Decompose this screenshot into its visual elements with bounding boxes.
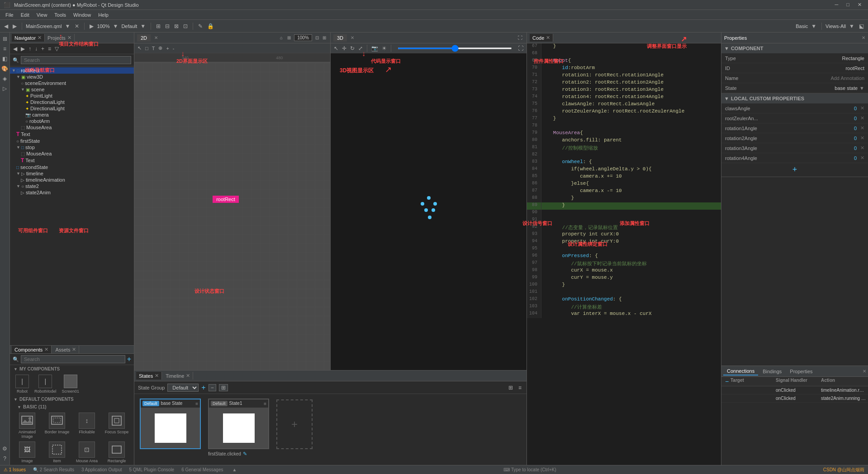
code-tab-close[interactable]: ✕ bbox=[546, 35, 550, 41]
tree-item-sceneEnv[interactable]: ○ sceneEnvironment bbox=[10, 80, 134, 86]
tree-item-dirlight1[interactable]: ✦ DirectionalLight bbox=[10, 99, 134, 105]
left-icon-states[interactable]: ◈ bbox=[0, 74, 9, 83]
nav-filter[interactable]: ▽ bbox=[53, 45, 60, 53]
view-2d-tab[interactable]: 2D bbox=[137, 34, 151, 42]
default-comp-header[interactable]: ▼ DEFAULT COMPONENTS bbox=[10, 395, 134, 403]
prop-rot2-delete[interactable]: ✕ bbox=[860, 135, 864, 141]
comp-search-input[interactable] bbox=[21, 355, 125, 363]
properties-sub-tab[interactable]: Properties bbox=[786, 368, 816, 375]
2d-home[interactable]: ⌂ bbox=[279, 34, 284, 41]
left-icon-comp[interactable]: ◧ bbox=[0, 54, 9, 63]
2dt-text[interactable]: T bbox=[151, 45, 157, 52]
state-card-default[interactable]: Default base State ≡ bbox=[140, 399, 201, 449]
state-card-default-menu[interactable]: ≡ bbox=[195, 401, 198, 406]
left-icon-settings[interactable]: ⚙ bbox=[0, 444, 9, 453]
nav-up[interactable]: ↑ bbox=[27, 45, 33, 53]
views-dropdown[interactable]: ▼ bbox=[848, 22, 856, 30]
comp-tab-close[interactable]: ✕ bbox=[44, 347, 48, 352]
menu-help[interactable]: Help bbox=[95, 11, 112, 19]
2dt-zoom-in[interactable]: + bbox=[165, 45, 170, 52]
comp-item-el[interactable]: Item bbox=[43, 441, 71, 463]
menu-window[interactable]: Window bbox=[70, 11, 95, 19]
tree-item-secondstate[interactable]: □ secondState bbox=[10, 164, 134, 170]
left-icon-palette[interactable]: 🎨 bbox=[0, 64, 9, 73]
rootrect-element[interactable]: rootRect bbox=[213, 196, 239, 203]
conn-add-icon[interactable]: − bbox=[723, 378, 730, 385]
2d-icon-grid[interactable]: ⊞ bbox=[321, 34, 327, 41]
prop-name-input[interactable] bbox=[795, 75, 864, 81]
prop-rot1-value[interactable]: 0 bbox=[830, 126, 857, 131]
view-3d-close[interactable]: ✕ bbox=[351, 35, 354, 40]
minimize-btn[interactable]: ─ bbox=[832, 2, 841, 8]
my-comp-header[interactable]: ▼ MY COMPONENTS bbox=[10, 365, 134, 373]
3d-timeline-slider[interactable] bbox=[398, 47, 512, 49]
bindings-tab[interactable]: Bindings bbox=[759, 368, 785, 375]
prop-rootzeuler-value[interactable]: 0 bbox=[830, 116, 857, 121]
zoom-dropdown[interactable]: ▼ bbox=[112, 22, 120, 30]
menu-edit[interactable]: Edit bbox=[17, 11, 33, 19]
2d-fit[interactable]: ⊞ bbox=[286, 34, 292, 41]
prop-rot4-delete[interactable]: ✕ bbox=[860, 155, 864, 161]
status-general-messages[interactable]: 6 General Messages bbox=[181, 467, 223, 472]
close-file-btn[interactable]: ✕ bbox=[73, 22, 81, 30]
navigator-tab[interactable]: Navigator ✕ bbox=[12, 34, 45, 42]
3dt-select[interactable]: ↖ bbox=[332, 44, 340, 52]
connections-tab[interactable]: Connections bbox=[723, 367, 758, 375]
my-comp-robotmodel[interactable]: | RobotModel bbox=[34, 375, 57, 394]
2dt-zoom-out[interactable]: - bbox=[171, 45, 176, 52]
conn-row1-target[interactable] bbox=[730, 388, 776, 393]
tree-item-robotarm[interactable]: ○ robotArm bbox=[10, 118, 134, 124]
menu-tools[interactable]: Tools bbox=[51, 11, 70, 19]
prop-rot3-value[interactable]: 0 bbox=[830, 145, 857, 151]
timeline-tab[interactable]: Timeline ✕ bbox=[163, 372, 193, 380]
3d-fullscreen[interactable]: ⛶ bbox=[517, 34, 524, 41]
prop-rot1-delete[interactable]: ✕ bbox=[860, 125, 864, 131]
nav-down[interactable]: ↓ bbox=[33, 45, 39, 53]
forward-btn[interactable]: ▶ bbox=[11, 22, 18, 30]
component-section-header[interactable]: ▼ COMPONENT bbox=[721, 43, 868, 53]
views-all[interactable]: Views-All bbox=[825, 23, 846, 29]
left-icon-nav[interactable]: ≡ bbox=[0, 44, 9, 53]
tree-item-state2[interactable]: ▼ ○ state2 bbox=[10, 183, 134, 189]
prop-claws-value[interactable]: 0 bbox=[830, 106, 857, 111]
state-remove-btn[interactable]: − bbox=[209, 384, 216, 391]
nav-add[interactable]: + bbox=[40, 45, 46, 53]
tree-item-firststate[interactable]: ○ firstState bbox=[10, 138, 134, 144]
left-icon-help[interactable]: ? bbox=[0, 454, 9, 463]
tree-item-stop-text[interactable]: T Text bbox=[10, 157, 134, 164]
my-comp-screen01[interactable]: Screen01 bbox=[62, 375, 80, 394]
state-list-view[interactable]: ≡ bbox=[517, 384, 523, 392]
comp-image[interactable]: 🖼 Image bbox=[14, 441, 41, 463]
left-icon-anim[interactable]: ▷ bbox=[0, 84, 9, 93]
tb-icon-4[interactable]: ⊡ bbox=[182, 22, 189, 30]
tree-item-scene[interactable]: ▼ ▣ scene bbox=[10, 86, 134, 93]
status-issues[interactable]: ⚠ 1 Issues bbox=[4, 467, 26, 472]
nav-search-input[interactable] bbox=[21, 56, 131, 64]
states-tab[interactable]: States ✕ bbox=[136, 372, 162, 380]
code-tab[interactable]: Code ✕ bbox=[530, 34, 553, 42]
file-dropdown[interactable]: ▼ bbox=[63, 22, 71, 30]
tree-item-view3d[interactable]: ▼ ▣ view3D bbox=[10, 74, 134, 80]
back-btn[interactable]: ◀ bbox=[3, 22, 9, 30]
my-comp-robot[interactable]: | Robot bbox=[15, 375, 29, 394]
tree-item-text1[interactable]: T Text bbox=[10, 131, 134, 138]
2dt-arrow[interactable]: ↖ bbox=[136, 44, 143, 52]
tb-icon-5[interactable]: ✎ bbox=[197, 22, 204, 30]
local-custom-header[interactable]: ▼ LOCAL CUSTOM PROPERTIES bbox=[721, 94, 868, 103]
snap-btn[interactable]: ⬕ bbox=[858, 22, 865, 30]
nav-forward[interactable]: ▶ bbox=[19, 45, 26, 53]
tb-icon-2[interactable]: ⊟ bbox=[164, 22, 171, 30]
tree-item-stop[interactable]: ▼ □ stop bbox=[10, 144, 134, 150]
3dt-light[interactable]: ☀ bbox=[380, 44, 388, 52]
tree-item-stop-mousearea[interactable]: ⬚ MouseArea bbox=[10, 150, 134, 157]
state-card-state1-menu[interactable]: ≡ bbox=[264, 401, 266, 406]
edit-condition-btn[interactable]: ✎ bbox=[243, 451, 247, 457]
connections-close[interactable]: ✕ bbox=[863, 369, 866, 374]
conn-row2-target[interactable] bbox=[730, 396, 776, 401]
comp-rectangle[interactable]: Rectangle bbox=[103, 441, 130, 463]
comp-border-image[interactable]: Border Image bbox=[43, 413, 71, 439]
tree-item-timeline[interactable]: ▼ ▷ timeline bbox=[10, 170, 134, 177]
basic-header[interactable]: ▼ BASIC (11) bbox=[10, 403, 134, 411]
prop-add-btn[interactable]: + bbox=[721, 163, 868, 177]
status-app-output[interactable]: 3 Application Output bbox=[81, 467, 122, 472]
